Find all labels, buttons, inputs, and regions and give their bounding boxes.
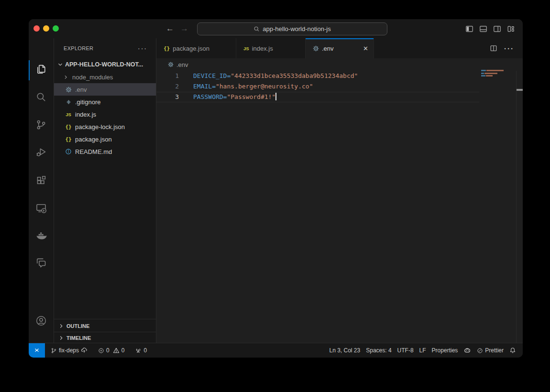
problems-status-item[interactable]: 0 0 bbox=[95, 343, 127, 358]
minimap-line bbox=[481, 75, 516, 76]
indentation-item[interactable]: Spaces: 4 bbox=[363, 343, 394, 358]
sidebar-title: EXPLORER bbox=[64, 45, 93, 51]
customize-layout-button[interactable] bbox=[507, 25, 515, 33]
file-row-node-modules[interactable]: node_modules bbox=[54, 71, 156, 83]
timeline-label: TIMELINE bbox=[66, 335, 91, 341]
remote-indicator[interactable] bbox=[29, 343, 45, 358]
slash-circle-icon bbox=[477, 348, 483, 354]
activity-run-debug-button[interactable] bbox=[29, 142, 54, 164]
maximize-window-button[interactable] bbox=[53, 25, 59, 32]
minimap[interactable] bbox=[479, 70, 516, 78]
language-text: Properties bbox=[432, 347, 458, 354]
file-row-package-json[interactable]: {} package.json bbox=[54, 133, 156, 145]
activity-explorer-button[interactable] bbox=[29, 59, 54, 82]
notifications-item[interactable] bbox=[506, 343, 518, 358]
file-row-env[interactable]: .env bbox=[54, 83, 156, 96]
copilot-icon bbox=[463, 347, 471, 354]
language-mode-item[interactable]: Properties bbox=[429, 343, 461, 358]
tab-index-js[interactable]: JS index.js bbox=[236, 38, 306, 58]
json-file-icon: {} bbox=[65, 136, 72, 142]
workbench: EXPLORER ··· APP-HELLO-WORLD-NOT... node… bbox=[29, 38, 523, 343]
activity-source-control-button[interactable] bbox=[29, 114, 54, 137]
line-number: 2 bbox=[156, 81, 179, 92]
activity-comments-button[interactable] bbox=[29, 252, 54, 275]
status-bar: fix-deps 0 0 0 bbox=[29, 343, 523, 358]
tab-package-json[interactable]: {} package.json bbox=[156, 38, 236, 58]
file-row-readme[interactable]: README.md bbox=[54, 145, 156, 158]
chevron-right-icon bbox=[58, 335, 65, 341]
activity-search-button[interactable] bbox=[29, 87, 54, 109]
close-window-button[interactable] bbox=[33, 25, 40, 32]
ports-count: 0 bbox=[143, 347, 147, 354]
close-tab-button[interactable]: ✕ bbox=[363, 38, 368, 58]
error-count: 0 bbox=[106, 347, 110, 354]
explorer-more-actions-button[interactable]: ··· bbox=[138, 38, 147, 58]
comments-icon bbox=[35, 257, 47, 270]
broadcast-tower-icon bbox=[135, 347, 142, 354]
search-icon bbox=[253, 26, 260, 32]
title-bar: ← → app-hello-world-notion-js bbox=[29, 19, 523, 39]
eol-item[interactable]: LF bbox=[417, 343, 429, 358]
encoding-item[interactable]: UTF-8 bbox=[395, 343, 417, 358]
toggle-sidebar-button[interactable] bbox=[465, 25, 473, 33]
cursor-position-item[interactable]: Ln 3, Col 23 bbox=[327, 343, 363, 358]
code-editor[interactable]: 1 DEVICE_ID="442333d1bcea35533daba9b5123… bbox=[156, 71, 515, 102]
code-line-1[interactable]: 1 DEVICE_ID="442333d1bcea35533daba9b5123… bbox=[156, 71, 479, 81]
toggle-secondary-sidebar-button[interactable] bbox=[493, 25, 501, 33]
history-back-button[interactable]: ← bbox=[166, 19, 174, 38]
history-forward-button[interactable]: → bbox=[180, 19, 188, 38]
minimize-window-button[interactable] bbox=[43, 25, 49, 32]
gear-file-icon bbox=[313, 45, 319, 52]
timeline-section-header[interactable]: TIMELINE bbox=[54, 332, 156, 344]
search-icon bbox=[35, 91, 47, 105]
tab-bar: {} package.json JS index.js .env ✕ bbox=[156, 38, 523, 59]
text-cursor bbox=[275, 93, 276, 100]
overview-ruler bbox=[516, 71, 523, 343]
formatter-status-item[interactable]: Prettier bbox=[474, 343, 506, 358]
explorer-sidebar: EXPLORER ··· APP-HELLO-WORLD-NOT... node… bbox=[54, 38, 156, 343]
chevron-right-icon bbox=[58, 323, 65, 329]
command-center-search[interactable]: app-hello-world-notion-js bbox=[197, 22, 387, 35]
file-name: .env bbox=[75, 86, 87, 93]
activity-extensions-button[interactable] bbox=[29, 169, 54, 192]
tab-env[interactable]: .env ✕ bbox=[306, 38, 374, 58]
breadcrumb-file: .env bbox=[176, 61, 188, 68]
account-button[interactable] bbox=[29, 310, 54, 333]
root-folder-row[interactable]: APP-HELLO-WORLD-NOT... bbox=[54, 58, 156, 71]
ports-status-item[interactable]: 0 bbox=[132, 343, 150, 358]
files-icon bbox=[35, 64, 47, 77]
editor-more-actions-button[interactable]: ··· bbox=[504, 44, 514, 53]
activity-remote-explorer-button[interactable] bbox=[29, 197, 54, 220]
outline-label: OUTLINE bbox=[66, 323, 89, 329]
file-row-gitignore[interactable]: .gitignore bbox=[54, 96, 156, 108]
minimap-line bbox=[481, 70, 516, 71]
file-name: README.md bbox=[75, 148, 112, 155]
toggle-panel-button[interactable] bbox=[479, 25, 487, 33]
file-row-index-js[interactable]: JS index.js bbox=[54, 108, 156, 120]
code-line-2[interactable]: 2 EMAIL="hans.berger@neurosity.co" bbox=[156, 81, 479, 92]
code-line-3[interactable]: 3 PASSWORD="Password#1!" bbox=[156, 92, 479, 102]
chevron-down-icon bbox=[57, 61, 64, 68]
activity-docker-button[interactable] bbox=[29, 225, 54, 248]
breadcrumb[interactable]: .env bbox=[156, 58, 523, 71]
cursor-position-marker bbox=[517, 89, 523, 91]
env-key: DEVICE_ID= bbox=[193, 72, 231, 79]
env-key: EMAIL= bbox=[193, 83, 216, 90]
split-editor-button[interactable] bbox=[490, 44, 497, 52]
gear-file-icon bbox=[168, 62, 174, 67]
file-name: node_modules bbox=[72, 74, 113, 81]
copilot-status-item[interactable] bbox=[461, 343, 474, 358]
json-file-icon: {} bbox=[164, 45, 170, 52]
traffic-lights bbox=[33, 25, 59, 32]
status-left: fix-deps 0 0 0 bbox=[48, 343, 150, 358]
file-row-package-lock[interactable]: {} package-lock.json bbox=[54, 120, 156, 133]
chevron-right-icon bbox=[62, 74, 69, 80]
file-name: index.js bbox=[75, 111, 96, 118]
branch-status-item[interactable]: fix-deps bbox=[48, 343, 90, 358]
editor-actions: ··· bbox=[490, 38, 523, 58]
command-center-text: app-hello-world-notion-js bbox=[263, 25, 330, 33]
cloud-upload-icon bbox=[81, 347, 88, 354]
remote-icon bbox=[33, 347, 40, 354]
js-file-icon: JS bbox=[243, 46, 249, 51]
outline-section-header[interactable]: OUTLINE bbox=[54, 319, 156, 332]
